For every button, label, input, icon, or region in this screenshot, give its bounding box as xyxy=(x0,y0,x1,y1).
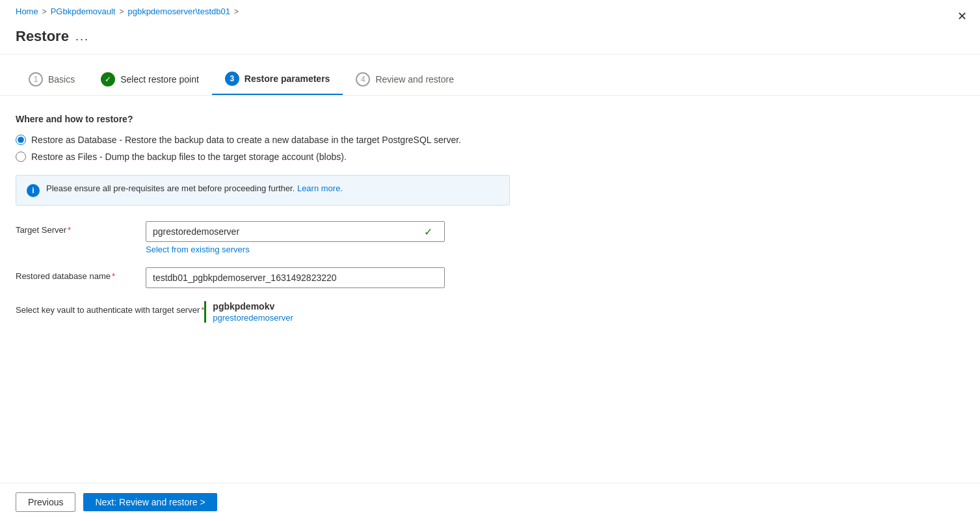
target-server-field[interactable]: ✓ xyxy=(146,221,445,242)
tab-basics-circle: 1 xyxy=(29,72,43,87)
tab-review-restore-label: Review and restore xyxy=(375,74,454,85)
key-vault-info: pgbkpdemokv pgrestoredemoserver xyxy=(204,301,293,323)
breadcrumb: Home > PGbkpdemovault > pgbkpdemoserver\… xyxy=(16,7,964,16)
tab-basics-label: Basics xyxy=(48,74,75,85)
radio-restore-as-db[interactable]: Restore as Database - Restore the backup… xyxy=(16,135,518,145)
breadcrumb-home[interactable]: Home xyxy=(16,7,38,16)
key-vault-row: Select key vault to authenticate with ta… xyxy=(16,301,518,323)
radio-restore-as-files[interactable]: Restore as Files - Dump the backup files… xyxy=(16,152,518,162)
radio-restore-as-db-label: Restore as Database - Restore the backup… xyxy=(31,135,461,145)
target-server-row: Target Server* ✓ Select from existing se… xyxy=(16,221,518,254)
breadcrumb-sep-3: > xyxy=(234,7,239,16)
key-vault-label: Select key vault to authenticate with ta… xyxy=(16,301,204,315)
vault-info-block: pgbkpdemokv pgrestoredemoserver xyxy=(213,301,293,323)
info-banner-link[interactable]: Learn more. xyxy=(297,183,343,193)
target-server-label: Target Server* xyxy=(16,221,146,235)
vault-server-link[interactable]: pgrestoredemoserver xyxy=(213,313,293,323)
tab-restore-parameters[interactable]: 3 Restore parameters xyxy=(212,65,343,95)
restore-type-radio-group: Restore as Database - Restore the backup… xyxy=(16,135,518,162)
vault-name: pgbkpdemokv xyxy=(213,301,293,312)
tab-select-restore-point-label: Select restore point xyxy=(120,74,199,85)
info-banner-text: Please ensure all pre-requisites are met… xyxy=(46,183,343,193)
database-name-required: * xyxy=(112,271,115,281)
more-options-button[interactable]: ... xyxy=(75,30,89,44)
database-name-controls xyxy=(146,267,445,288)
info-icon: i xyxy=(27,184,40,197)
breadcrumb-sep-2: > xyxy=(119,7,124,16)
tab-select-restore-point[interactable]: ✓ Select restore point xyxy=(88,66,212,94)
database-name-input[interactable] xyxy=(146,267,445,288)
radio-restore-as-files-label: Restore as Files - Dump the backup files… xyxy=(31,152,347,162)
main-content: Where and how to restore? Restore as Dat… xyxy=(0,96,533,354)
tab-review-restore[interactable]: 4 Review and restore xyxy=(343,66,467,94)
target-server-checkmark: ✓ xyxy=(424,226,438,238)
breadcrumb-vault[interactable]: PGbkpdemovault xyxy=(51,7,116,16)
breadcrumb-sep-1: > xyxy=(42,7,47,16)
info-banner-message: Please ensure all pre-requisites are met… xyxy=(46,183,295,193)
info-banner: i Please ensure all pre-requisites are m… xyxy=(16,175,510,206)
tab-select-restore-point-circle: ✓ xyxy=(101,72,115,87)
tab-restore-parameters-label: Restore parameters xyxy=(245,73,330,84)
wizard-tabs: 1 Basics ✓ Select restore point 3 Restor… xyxy=(0,55,980,96)
breadcrumb-server[interactable]: pgbkpdemoserver\testdb01 xyxy=(127,7,230,16)
target-server-required: * xyxy=(68,225,71,235)
database-name-label: Restored database name* xyxy=(16,267,146,281)
target-server-input[interactable] xyxy=(153,226,424,237)
section-title: Where and how to restore? xyxy=(16,114,518,124)
tab-basics[interactable]: 1 Basics xyxy=(16,66,88,94)
select-existing-servers-link[interactable]: Select from existing servers xyxy=(146,245,445,254)
close-button[interactable]: ✕ xyxy=(957,9,967,23)
tab-restore-parameters-circle: 3 xyxy=(225,72,239,86)
page-title: Restore xyxy=(16,28,69,45)
database-name-row: Restored database name* xyxy=(16,267,518,288)
radio-restore-as-db-input[interactable] xyxy=(16,135,26,145)
radio-restore-as-files-input[interactable] xyxy=(16,152,26,162)
tab-review-restore-circle: 4 xyxy=(356,72,370,87)
target-server-controls: ✓ Select from existing servers xyxy=(146,221,445,254)
